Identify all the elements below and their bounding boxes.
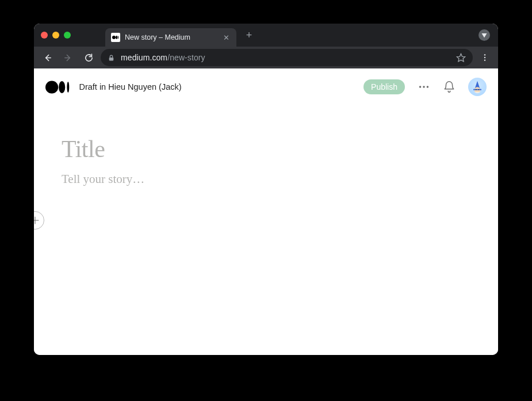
close-window-button[interactable] bbox=[41, 32, 48, 39]
svg-point-14 bbox=[423, 86, 424, 87]
svg-point-10 bbox=[45, 81, 58, 93]
svg-point-9 bbox=[484, 59, 485, 60]
svg-point-11 bbox=[59, 81, 65, 93]
medium-favicon bbox=[111, 33, 120, 42]
header-actions: Publish bbox=[363, 78, 487, 96]
body-input[interactable] bbox=[62, 172, 407, 186]
page-content: Draft in Hieu Nguyen (Jack) Publish bbox=[34, 68, 498, 355]
medium-logo[interactable] bbox=[45, 80, 71, 94]
svg-point-1 bbox=[116, 36, 117, 39]
notifications-button[interactable] bbox=[443, 81, 456, 93]
browser-toolbar: medium.com/new-story bbox=[34, 47, 498, 68]
draft-status-label: Draft in Hieu Nguyen (Jack) bbox=[79, 82, 181, 91]
title-input[interactable] bbox=[62, 135, 407, 163]
svg-point-15 bbox=[427, 86, 428, 87]
svg-point-12 bbox=[67, 82, 69, 93]
back-button[interactable] bbox=[39, 49, 56, 66]
address-bar[interactable]: medium.com/new-story bbox=[101, 49, 473, 66]
close-tab-button[interactable]: ✕ bbox=[221, 33, 231, 42]
url-host: medium.com bbox=[121, 53, 167, 62]
reload-button[interactable] bbox=[80, 49, 97, 66]
bookmark-button[interactable] bbox=[456, 53, 466, 63]
svg-point-2 bbox=[118, 36, 118, 39]
story-editor bbox=[34, 105, 498, 186]
forward-button[interactable] bbox=[59, 49, 76, 66]
svg-point-7 bbox=[484, 54, 485, 55]
tab-strip: New story – Medium ✕ + bbox=[34, 24, 498, 47]
avatar-button[interactable] bbox=[468, 78, 487, 96]
svg-marker-6 bbox=[457, 54, 465, 61]
browser-profile-button[interactable] bbox=[479, 29, 490, 41]
svg-point-0 bbox=[112, 36, 116, 39]
lock-icon bbox=[108, 54, 115, 62]
svg-point-13 bbox=[419, 86, 421, 87]
tab-title: New story – Medium bbox=[125, 33, 217, 41]
svg-rect-18 bbox=[473, 89, 481, 90]
maximize-window-button[interactable] bbox=[64, 32, 71, 39]
browser-window: New story – Medium ✕ + medium.com/new-st… bbox=[34, 24, 498, 355]
more-options-button[interactable] bbox=[418, 81, 430, 93]
new-tab-button[interactable]: + bbox=[241, 27, 257, 43]
browser-tab[interactable]: New story – Medium ✕ bbox=[105, 28, 236, 47]
minimize-window-button[interactable] bbox=[52, 32, 59, 39]
svg-rect-5 bbox=[109, 57, 114, 60]
publish-button[interactable]: Publish bbox=[363, 79, 405, 94]
svg-point-19 bbox=[476, 89, 477, 90]
svg-point-20 bbox=[478, 89, 479, 90]
window-controls bbox=[41, 32, 71, 39]
url-path: /new-story bbox=[167, 53, 205, 62]
browser-menu-button[interactable] bbox=[476, 49, 493, 66]
medium-header: Draft in Hieu Nguyen (Jack) Publish bbox=[34, 68, 498, 105]
add-block-button[interactable] bbox=[34, 211, 44, 230]
svg-point-8 bbox=[484, 57, 485, 58]
url-text: medium.com/new-story bbox=[121, 53, 450, 62]
